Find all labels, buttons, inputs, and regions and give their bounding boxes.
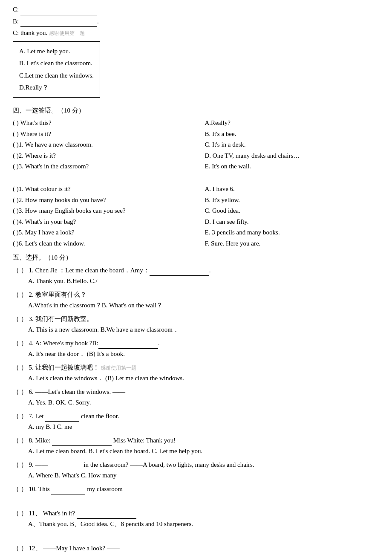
s5-q7-num: 7. xyxy=(29,413,34,419)
s4b-q2: ( )2. How many books do you have? B. It'… xyxy=(13,195,379,206)
s5-q9-options: A. Where B. What's C. How many xyxy=(13,470,379,481)
s5-q8-textpost: Miss White: Thank you! xyxy=(112,437,176,444)
s4-q5: ( )3. What's in the classroom? E. It's o… xyxy=(13,161,379,172)
s5-q5-main: （ ） 5. 让我们一起擦玻璃吧！ 感谢使用第一题 xyxy=(13,362,379,373)
s4b-q6-paren: ( )6. xyxy=(13,240,23,247)
s4b-q3-text: How many English books can you see? xyxy=(25,207,126,214)
s5-q7-options: A. my B. I C. me xyxy=(13,422,379,433)
s5-q10-blank xyxy=(51,494,85,494)
s5-q1: （ ） 1. Chen Jie ：Let me clean the board．… xyxy=(13,265,379,287)
s5-q10-textpost: my classroom xyxy=(85,486,123,492)
s4b-q2-text: How many books do you have? xyxy=(25,197,106,203)
s5-q7-textpost: clean the floor. xyxy=(79,413,119,419)
s5-q9-textpost: in the classroom? ——A board, two lights,… xyxy=(82,461,254,468)
s4-q4-paren: ( )2. xyxy=(13,150,23,162)
s5-q6: （ ） 6. ——Let's clean the windows. —— A. … xyxy=(13,387,379,408)
section4-title: 四、一选答语。（10 分） xyxy=(13,105,379,116)
s4b-q3: ( )3. How many English books can you see… xyxy=(13,205,379,217)
s5-q4-main: （ ） 4. A: Where's my book ?B:. xyxy=(13,338,379,349)
s5-q4-options: A. It's near the door． (B) It's a book. xyxy=(13,349,379,360)
answer-box-line2: B. Let's clean the classroom. xyxy=(19,57,94,69)
s5-q9: （ ） 9. —— in the classroom? ——A board, t… xyxy=(13,460,379,481)
s4-q2-text: Where is it? xyxy=(20,130,51,137)
s4b-q2-paren: ( )2. xyxy=(13,197,23,203)
s4-q4-text: Where is it? xyxy=(25,152,55,159)
s5-q10-textpre: This xyxy=(38,486,51,492)
s5-q5-paren: （ ） xyxy=(13,364,27,371)
s5-q1-main: （ ） 1. Chen Jie ：Let me clean the board．… xyxy=(13,265,379,276)
s4-q4-answer: D. One TV, many desks and chairs… xyxy=(205,150,379,162)
s4-q1: ( ) What's this? A.Really? xyxy=(13,118,379,129)
s4-q2-answer: B. It's a bee. xyxy=(205,129,379,140)
s4-q5-text: What's in the classroom? xyxy=(25,163,89,170)
s4b-q5: ( )5. May I have a look? E. 3 pencils an… xyxy=(13,227,379,238)
s5-q5-text: 让我们一起擦玻璃吧！ xyxy=(35,364,99,371)
s4b-q4-answer: D. I can see fifty. xyxy=(205,217,379,228)
s5-q11: （ ） 11、 What's in it? A、Thank you. B、Goo… xyxy=(13,508,379,530)
top-line-b: B: . xyxy=(13,16,379,27)
blank-c1 xyxy=(20,15,97,15)
s4b-q5-text: May I have a look? xyxy=(25,229,75,236)
s5-q7: （ ） 7. Let clean the floor. A. my B. I C… xyxy=(13,411,379,433)
s4b-q3-answer: C. Good idea. xyxy=(205,205,379,217)
s4-q1-answer: A.Really? xyxy=(205,118,379,129)
s5-q11-text: What's in it? xyxy=(43,510,75,517)
s4-q2-paren: ( ) xyxy=(13,129,19,140)
s4b-q6: ( )6. Let's clean the window. F. Sure. H… xyxy=(13,238,379,249)
s5-q4-textA: A: Where's my book ?B: xyxy=(35,340,98,347)
section4-questions: ( ) What's this? A.Really? ( ) Where is … xyxy=(13,118,379,172)
s4b-q4-text: What's in your bag? xyxy=(25,218,76,225)
s5-q2-num: 2. xyxy=(29,291,34,298)
blank-b xyxy=(20,26,97,27)
s5-q6-text: ——Let's clean the windows. —— xyxy=(35,388,125,395)
s5-q1-options: A. Thank you. B.Hello. C./ xyxy=(13,276,379,287)
s4-q1-paren: ( ) xyxy=(13,118,19,129)
s5-q12: （ ） 12、 ——May I have a look? —— A. Sure.… xyxy=(13,543,379,555)
s5-q7-paren: （ ） xyxy=(13,413,27,419)
s5-q3-num: 3. xyxy=(29,315,34,322)
s5-q3-text: 我们有一间新教室。 xyxy=(35,315,93,322)
s5-q10-main: （ ） 10. This my classroom xyxy=(13,484,379,495)
s5-q1-num: 1. xyxy=(29,267,34,274)
s5-q8-paren: （ ） xyxy=(13,437,27,444)
top-section: C: B: . C: thank you. 感谢使用第一题 xyxy=(13,4,379,39)
s4b-q6-text: Let's clean the window. xyxy=(25,240,85,247)
s4-q2: ( ) Where is it? B. It's a bee. xyxy=(13,129,379,140)
s5-q2-main: （ ） 2. 教室里面有什么？ xyxy=(13,289,379,301)
top-line-c1: C: xyxy=(13,4,379,15)
s4-q1-text: What's this? xyxy=(20,119,51,126)
section4b-questions: ( )1. What colour is it? A. I have 6. ( … xyxy=(13,184,379,249)
s4b-q5-paren: ( )5. xyxy=(13,229,23,236)
s5-q9-paren: （ ） xyxy=(13,461,27,468)
s5-q2: （ ） 2. 教室里面有什么？ A.What's in the classroo… xyxy=(13,289,379,311)
s4b-q1-answer: A. I have 6. xyxy=(205,184,379,195)
s5-q12-main: （ ） 12、 ——May I have a look? —— xyxy=(13,543,379,554)
s5-q8-num: 8. xyxy=(29,437,34,444)
s4b-q3-paren: ( )3. xyxy=(13,207,23,214)
s5-q8-textpre: Mike: xyxy=(35,437,52,444)
s4-q3-paren: ( )1. xyxy=(13,139,23,150)
s5-q1-text: Chen Jie ：Let me clean the board．Amy： xyxy=(35,267,150,274)
s5-q12-text: ——May I have a look? —— xyxy=(43,545,120,552)
section5: （ ） 1. Chen Jie ：Let me clean the board．… xyxy=(13,265,379,555)
s4b-q1: ( )1. What colour is it? A. I have 6. xyxy=(13,184,379,195)
s5-q7-textpre: Let xyxy=(35,413,46,419)
s4-q5-paren: ( )3. xyxy=(13,161,23,172)
top-line-c2: C: thank you. 感谢使用第一题 xyxy=(13,28,379,39)
s4-q3: ( )1. We have a new classroom. C. It's i… xyxy=(13,139,379,150)
s5-q8-options: A. Let me clean board. B. Let's clean th… xyxy=(13,446,379,457)
section5-title: 五、选择。（10 分） xyxy=(13,252,379,263)
s5-q6-paren: （ ） xyxy=(13,388,27,395)
answer-box-line1: A. Let me help you. xyxy=(19,45,94,58)
s5-q6-num: 6. xyxy=(29,388,34,395)
s5-q1-paren: （ ） xyxy=(13,267,27,274)
s5-q4: （ ） 4. A: Where's my book ?B:. A. It's n… xyxy=(13,338,379,360)
s5-q10-num: 10. xyxy=(29,486,37,492)
s5-q2-text: 教室里面有什么？ xyxy=(35,291,86,298)
s4b-q4: ( )4. What's in your bag? D. I can see f… xyxy=(13,217,379,228)
s5-q9-main: （ ） 9. —— in the classroom? ——A board, t… xyxy=(13,460,379,471)
s4b-q1-paren: ( )1. xyxy=(13,185,23,192)
answer-box-line4: D.Really？ xyxy=(19,81,94,94)
s5-q12-num: 12、 xyxy=(29,545,42,552)
s5-q3: （ ） 3. 我们有一间新教室。 A. This is a new classr… xyxy=(13,314,379,335)
